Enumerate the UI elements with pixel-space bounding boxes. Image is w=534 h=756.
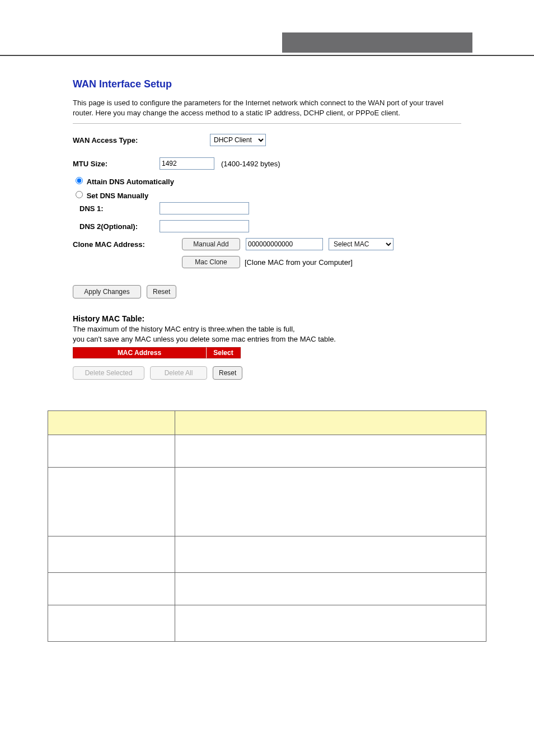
mac-input[interactable] — [246, 238, 323, 250]
page-description: This page is used to configure the param… — [73, 98, 461, 124]
wan-access-select[interactable]: DHCP Client — [210, 134, 266, 146]
mtu-hint: (1400-1492 bytes) — [221, 160, 280, 168]
dns-manual-radio[interactable] — [76, 191, 83, 198]
apply-changes-button[interactable]: Apply Changes — [73, 285, 141, 298]
top-bar — [0, 32, 534, 56]
reset-button[interactable]: Reset — [147, 285, 176, 298]
delete-all-button[interactable]: Delete All — [150, 366, 207, 380]
mac-table-col-address: MAC Address — [73, 347, 206, 358]
top-bar-dark-block — [282, 32, 472, 53]
dns1-label: DNS 1: — [73, 204, 160, 213]
dns2-input[interactable] — [160, 220, 249, 232]
delete-selected-button[interactable]: Delete Selected — [73, 366, 144, 380]
dns2-label: DNS 2(Optional): — [73, 222, 160, 231]
mac-table-col-select: Select — [206, 347, 241, 358]
blank-info-table — [48, 410, 486, 642]
blank-cell — [48, 605, 175, 642]
history-desc-line2: you can't save any MAC unless you delete… — [73, 335, 336, 343]
mac-clone-button[interactable]: Mac Clone — [182, 256, 240, 268]
blank-cell — [175, 468, 486, 536]
blank-cell — [175, 573, 486, 605]
history-mac-description: The maximum of the history MAC entry is … — [73, 324, 461, 344]
dns1-input[interactable] — [160, 202, 249, 214]
blank-cell — [48, 435, 175, 468]
dns-auto-radio[interactable] — [76, 177, 83, 184]
dns-manual-label: Set DNS Manually — [87, 192, 149, 200]
mac-clone-note: [Clone MAC from your Computer] — [245, 258, 353, 267]
blank-cell — [175, 411, 486, 435]
blank-cell — [48, 536, 175, 573]
mtu-input[interactable] — [160, 157, 214, 170]
mtu-label: MTU Size: — [73, 160, 160, 168]
blank-cell — [48, 468, 175, 536]
history-mac-title: History MAC Table: — [73, 314, 461, 323]
wan-access-label: WAN Access Type: — [73, 136, 160, 144]
blank-cell — [175, 536, 486, 573]
blank-cell — [175, 605, 486, 642]
history-reset-button[interactable]: Reset — [213, 366, 242, 380]
blank-cell — [48, 411, 175, 435]
dns-auto-label: Attain DNS Automatically — [87, 178, 174, 186]
blank-cell — [48, 573, 175, 605]
blank-cell — [175, 435, 486, 468]
select-mac-dropdown[interactable]: Select MAC — [329, 238, 394, 250]
manual-add-button[interactable]: Manual Add — [182, 238, 240, 250]
page-title: WAN Interface Setup — [73, 78, 461, 90]
clone-mac-label: Clone MAC Address: — [73, 240, 182, 249]
history-desc-line1: The maximum of the history MAC entry is … — [73, 325, 295, 333]
